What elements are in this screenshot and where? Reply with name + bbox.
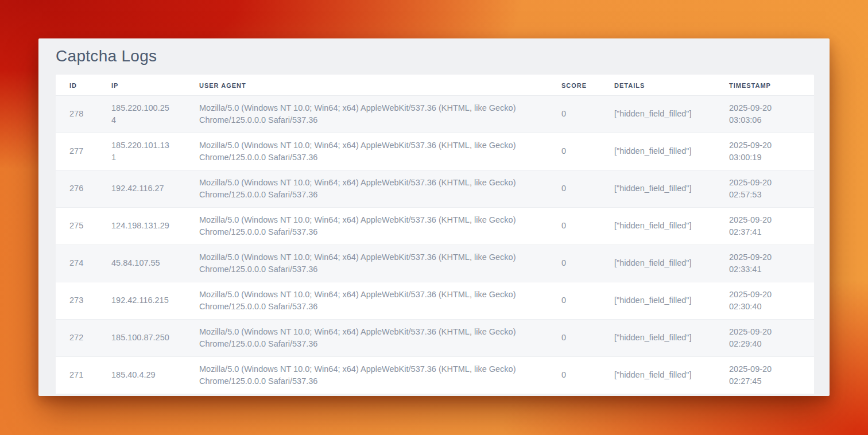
cell-user-agent: Mozilla/5.0 (Windows NT 10.0; Win64; x64…	[185, 357, 548, 394]
cell-timestamp: 2025-09-20 02:27:45	[715, 357, 814, 394]
cell-timestamp: 2025-09-20 02:57:53	[715, 170, 814, 208]
cell-timestamp: 2025-09-20 02:30:40	[715, 282, 814, 320]
page-background: { "page_title": "Captcha Logs", "colors"…	[0, 0, 868, 435]
cell-id: 272	[56, 320, 98, 357]
table-row: 278 185.220.100.254 Mozilla/5.0 (Windows…	[56, 96, 814, 133]
table-row: 272 185.100.87.250 Mozilla/5.0 (Windows …	[56, 320, 814, 357]
cell-user-agent: Mozilla/5.0 (Windows NT 10.0; Win64; x64…	[185, 133, 548, 170]
cell-user-agent: Mozilla/5.0 (Windows NT 10.0; Win64; x64…	[185, 208, 548, 245]
cell-user-agent: Mozilla/5.0 (Windows NT 10.0; Win64; x64…	[185, 320, 548, 357]
cell-details: ["hidden_field_filled"]	[600, 133, 715, 170]
logs-table-container: ID IP USER AGENT SCORE DETAILS TIMESTAMP…	[56, 75, 814, 394]
cell-timestamp: 2025-09-20 03:03:06	[715, 96, 814, 133]
cell-user-agent: Mozilla/5.0 (Windows NT 10.0; Win64; x64…	[185, 282, 548, 320]
table-row: 273 192.42.116.215 Mozilla/5.0 (Windows …	[56, 282, 814, 320]
header-cell-id: ID	[56, 75, 98, 96]
cell-id: 278	[56, 96, 98, 133]
cell-user-agent: Mozilla/5.0 (Windows NT 10.0; Win64; x64…	[185, 245, 548, 282]
cell-id: 273	[56, 282, 98, 320]
table-row: 277 185.220.101.131 Mozilla/5.0 (Windows…	[56, 133, 814, 170]
cell-details: ["hidden_field_filled"]	[600, 96, 715, 133]
cell-score: 0	[548, 96, 600, 133]
cell-details: ["hidden_field_filled"]	[600, 320, 715, 357]
cell-score: 0	[548, 245, 600, 282]
cell-user-agent: Mozilla/5.0 (Windows NT 10.0; Win64; x64…	[185, 170, 548, 208]
cell-ip: 185.220.101.131	[98, 133, 185, 170]
header-cell-timestamp: TIMESTAMP	[715, 75, 814, 96]
cell-details: ["hidden_field_filled"]	[600, 245, 715, 282]
header-cell-ip: IP	[98, 75, 185, 96]
cell-id: 274	[56, 245, 98, 282]
cell-details: ["hidden_field_filled"]	[600, 170, 715, 208]
captcha-logs-card: Captcha Logs ID IP USER AGENT SCORE DETA…	[38, 38, 830, 396]
cell-id: 271	[56, 357, 98, 394]
cell-ip: 185.40.4.29	[98, 357, 185, 394]
logs-table-body: 278 185.220.100.254 Mozilla/5.0 (Windows…	[56, 96, 814, 394]
cell-ip: 192.42.116.27	[98, 170, 185, 208]
cell-score: 0	[548, 357, 600, 394]
cell-details: ["hidden_field_filled"]	[600, 208, 715, 245]
header-cell-score: SCORE	[548, 75, 600, 96]
cell-ip: 192.42.116.215	[98, 282, 185, 320]
cell-ip: 185.100.87.250	[98, 320, 185, 357]
table-row: 276 192.42.116.27 Mozilla/5.0 (Windows N…	[56, 170, 814, 208]
cell-id: 275	[56, 208, 98, 245]
table-row: 274 45.84.107.55 Mozilla/5.0 (Windows NT…	[56, 245, 814, 282]
cell-id: 276	[56, 170, 98, 208]
cell-timestamp: 2025-09-20 03:00:19	[715, 133, 814, 170]
table-row: 275 124.198.131.29 Mozilla/5.0 (Windows …	[56, 208, 814, 245]
cell-details: ["hidden_field_filled"]	[600, 357, 715, 394]
cell-score: 0	[548, 320, 600, 357]
cell-ip: 124.198.131.29	[98, 208, 185, 245]
cell-score: 0	[548, 282, 600, 320]
cell-timestamp: 2025-09-20 02:33:41	[715, 245, 814, 282]
cell-user-agent: Mozilla/5.0 (Windows NT 10.0; Win64; x64…	[185, 96, 548, 133]
table-header-row: ID IP USER AGENT SCORE DETAILS TIMESTAMP	[56, 75, 814, 96]
cell-timestamp: 2025-09-20 02:37:41	[715, 208, 814, 245]
cell-score: 0	[548, 133, 600, 170]
cell-ip: 45.84.107.55	[98, 245, 185, 282]
header-cell-user-agent: USER AGENT	[185, 75, 548, 96]
cell-id: 277	[56, 133, 98, 170]
page-title: Captcha Logs	[56, 47, 812, 65]
cell-score: 0	[548, 170, 600, 208]
cell-timestamp: 2025-09-20 02:29:40	[715, 320, 814, 357]
cell-details: ["hidden_field_filled"]	[600, 282, 715, 320]
cell-score: 0	[548, 208, 600, 245]
header-cell-details: DETAILS	[600, 75, 715, 96]
table-row: 271 185.40.4.29 Mozilla/5.0 (Windows NT …	[56, 357, 814, 394]
cell-ip: 185.220.100.254	[98, 96, 185, 133]
logs-table: ID IP USER AGENT SCORE DETAILS TIMESTAMP…	[56, 75, 814, 394]
